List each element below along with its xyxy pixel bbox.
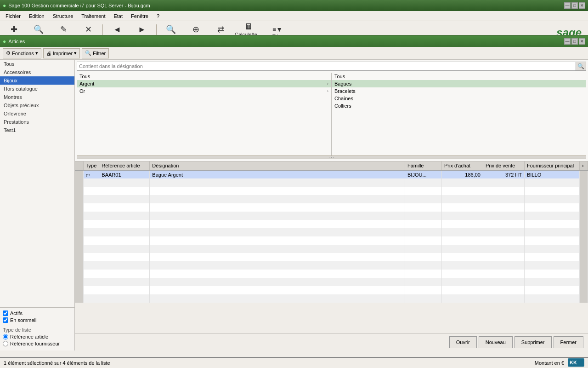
category-panel-left: Tous Argent › Or › bbox=[77, 73, 332, 155]
menu-fichier[interactable]: Fichier bbox=[2, 12, 24, 20]
imprimer-button[interactable]: 🖨 Imprimer ▾ bbox=[43, 48, 80, 58]
row-designation: Bague Argent bbox=[150, 170, 405, 178]
table-row-empty-4 bbox=[75, 203, 588, 212]
fonctions-button[interactable]: ⚙ Fonctions ▾ bbox=[3, 48, 41, 58]
menu-help[interactable]: ? bbox=[153, 12, 163, 20]
sidebar-item-montres[interactable]: Montres bbox=[0, 93, 74, 101]
table-row[interactable]: 🏷 BAAR01 Bague Argent BIJOU... 186,00 37… bbox=[75, 170, 588, 178]
ref-fournisseur-radio[interactable] bbox=[3, 341, 8, 346]
table-row-empty-11 bbox=[75, 261, 588, 270]
status-right: Montant en € KK bbox=[535, 358, 584, 368]
menu-fenetre[interactable]: Fenêtre bbox=[127, 12, 152, 20]
menu-traitement[interactable]: Traitement bbox=[78, 12, 109, 20]
en-sommeil-row: En sommeil bbox=[3, 317, 72, 323]
panel-right-tous[interactable]: Tous bbox=[332, 73, 586, 80]
table-row-empty-13 bbox=[75, 278, 588, 286]
sidebar-item-bijoux[interactable]: Bijoux bbox=[0, 76, 74, 85]
table-row-empty-6 bbox=[75, 220, 588, 228]
table-scroll-area[interactable]: Type Référence article Désignation Famil… bbox=[75, 161, 588, 333]
table-row-empty-12 bbox=[75, 270, 588, 278]
sidebar-item-orfevrerie[interactable]: Orfevrerie bbox=[0, 109, 74, 118]
ouvrir-button[interactable]: Ouvrir bbox=[449, 336, 477, 348]
close-button[interactable]: ✕ bbox=[579, 2, 585, 9]
menu-etat[interactable]: Etat bbox=[110, 12, 126, 20]
edit-icon: ✎ bbox=[60, 25, 67, 34]
search-button[interactable]: 🔍 bbox=[576, 62, 586, 71]
articles-maximize-button[interactable]: □ bbox=[571, 38, 578, 45]
panel-left-or[interactable]: Or › bbox=[77, 87, 331, 95]
panel-right-bagues[interactable]: Bagues bbox=[332, 80, 586, 87]
sidebar-item-tous[interactable]: Tous bbox=[0, 60, 74, 68]
kk-logo: KK bbox=[568, 358, 584, 368]
search-input[interactable] bbox=[77, 62, 576, 71]
ref-article-radio[interactable] bbox=[3, 334, 8, 339]
nouveau-button[interactable]: Nouveau bbox=[479, 336, 513, 348]
inverse-icon: ⇄ bbox=[217, 25, 224, 34]
supprimer-action-button[interactable]: Supprimer bbox=[514, 336, 552, 348]
table-row-empty-2 bbox=[75, 187, 588, 195]
articles-title-controls[interactable]: — □ ✕ bbox=[564, 38, 585, 45]
maximize-button[interactable]: □ bbox=[571, 2, 578, 9]
sidebar-item-hors-catalogue[interactable]: Hors catalogue bbox=[0, 85, 74, 93]
table-header-row: Type Référence article Désignation Famil… bbox=[75, 161, 588, 170]
imprimer-dropdown-icon: ▾ bbox=[74, 50, 77, 56]
table-row-empty-3 bbox=[75, 195, 588, 203]
col-prix-achat-header[interactable]: Prix d'achat bbox=[442, 161, 483, 170]
sidebar-item-prestations[interactable]: Prestations bbox=[0, 118, 74, 126]
panel-divider[interactable]: · · · bbox=[77, 155, 586, 159]
menu-structure[interactable]: Structure bbox=[49, 12, 77, 20]
panel-right-colliers[interactable]: Colliers bbox=[332, 102, 586, 109]
table-row-empty-1 bbox=[75, 178, 588, 187]
articles-title-left: ● Articles bbox=[3, 38, 25, 45]
table-row-empty-10 bbox=[75, 253, 588, 261]
sidebar-item-test1[interactable]: Test1 bbox=[0, 126, 74, 134]
en-sommeil-checkbox[interactable] bbox=[3, 317, 8, 323]
sidebar-checkboxes: Actifs En sommeil Type de liste Référenc… bbox=[0, 307, 74, 351]
articles-close-button[interactable]: ✕ bbox=[579, 38, 585, 45]
title-bar-controls[interactable]: — □ ✕ bbox=[564, 2, 585, 9]
row-reference: BAAR01 bbox=[99, 170, 150, 178]
col-designation-header[interactable]: Désignation bbox=[150, 161, 405, 170]
ref-fournisseur-label: Référence fournisseur bbox=[10, 341, 60, 346]
bottom-buttons: Ouvrir Nouveau Supprimer Fermer bbox=[449, 336, 583, 348]
panel-left-argent[interactable]: Argent › bbox=[77, 80, 331, 87]
arrow-right-icon-or: › bbox=[327, 89, 328, 93]
fermer-button[interactable]: Fermer bbox=[554, 336, 583, 348]
fonctions-icon: ⚙ bbox=[6, 50, 11, 56]
imprimer-icon: 🖨 bbox=[46, 51, 51, 56]
sidebar-item-objets-precieux[interactable]: Objets précieux bbox=[0, 101, 74, 109]
col-arrow-header bbox=[75, 161, 83, 170]
add-icon: ✚ bbox=[11, 25, 17, 34]
articles-title-bar: ● Articles — □ ✕ bbox=[0, 36, 588, 47]
minimize-button[interactable]: — bbox=[564, 2, 571, 9]
col-fournisseur-header[interactable]: Fournisseur principal bbox=[525, 161, 580, 170]
sidebar: Tous Accessoires Bijoux Hors catalogue M… bbox=[0, 60, 75, 351]
col-reference-header[interactable]: Référence article bbox=[99, 161, 150, 170]
filtre-button[interactable]: 🔍 Filtrer bbox=[82, 48, 109, 58]
col-famille-header[interactable]: Famille bbox=[405, 161, 442, 170]
row-famille: BIJOU... bbox=[405, 170, 442, 178]
title-bar-title: Sage 100 Gestion commerciale i7 pour SQL… bbox=[8, 3, 150, 8]
goto-icon: ⊕ bbox=[192, 25, 199, 34]
consult-icon: 🔍 bbox=[34, 25, 44, 34]
status-message: 1 élément sélectionné sur 4 éléments de … bbox=[4, 360, 110, 366]
menu-edition[interactable]: Edition bbox=[25, 12, 48, 20]
actifs-checkbox[interactable] bbox=[3, 310, 8, 316]
arrow-right-icon: › bbox=[327, 81, 328, 86]
sage-icon: ● bbox=[3, 2, 6, 9]
col-prix-vente-header[interactable]: Prix de vente bbox=[483, 161, 525, 170]
filter-area: 🔍 Tous Argent › Or bbox=[75, 60, 588, 161]
col-type-header[interactable]: Type bbox=[83, 161, 99, 170]
row-prix-vente: 372 HT bbox=[483, 170, 525, 178]
articles-minimize-button[interactable]: — bbox=[564, 38, 571, 45]
main-content: Tous Accessoires Bijoux Hors catalogue M… bbox=[0, 60, 588, 351]
panel-right-bracelets[interactable]: Bracelets bbox=[332, 87, 586, 95]
sidebar-item-accessoires[interactable]: Accessoires bbox=[0, 68, 74, 76]
panel-left-tous[interactable]: Tous bbox=[77, 73, 331, 80]
table-row-empty-9 bbox=[75, 245, 588, 253]
panel-right-chaines[interactable]: Chaînes bbox=[332, 95, 586, 102]
ref-article-label: Référence article bbox=[10, 334, 48, 339]
data-table: Type Référence article Désignation Famil… bbox=[75, 161, 588, 303]
table-row-empty-14 bbox=[75, 286, 588, 294]
col-scroll-header: › bbox=[580, 161, 588, 170]
